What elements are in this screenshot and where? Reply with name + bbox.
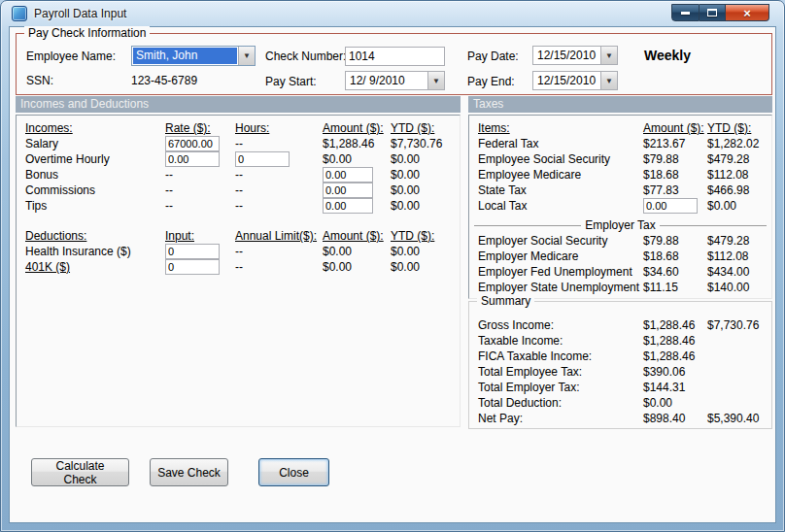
titlebar[interactable]: Payroll Data Input xyxy=(1,1,784,26)
tax-label: Employer State Unemployment xyxy=(469,281,643,294)
summary-label: Total Employer Tax: xyxy=(469,381,643,394)
summary-label: Total Deduction: xyxy=(469,396,643,410)
deduction-limit: -- xyxy=(235,245,323,258)
deductions-header-row: Deductions: Input: Annual Limit($): Amou… xyxy=(17,228,460,244)
pay-end-label: Pay End: xyxy=(467,75,515,88)
income-label: Salary xyxy=(17,137,165,150)
summary-row-total-employee-tax: Total Employee Tax: $390.06 xyxy=(469,364,771,380)
close-check-button[interactable]: Close xyxy=(258,458,329,486)
minimize-button[interactable] xyxy=(671,4,700,21)
summary-row-taxable: Taxable Income: $1,288.46 xyxy=(469,333,771,349)
tax-amount: $18.68 xyxy=(643,249,707,263)
tax-ytd: $0.00 xyxy=(707,199,771,213)
deduction-row-401k: 401K ($) -- $0.00 $0.00 xyxy=(17,259,460,275)
pay-date-label: Pay Date: xyxy=(467,50,519,63)
overtime-hours-input[interactable] xyxy=(235,151,290,167)
close-button[interactable]: × xyxy=(726,4,769,21)
summary-label: Taxable Income: xyxy=(469,334,643,348)
tax-amount: $34.60 xyxy=(643,265,707,279)
income-label: Bonus xyxy=(17,168,165,182)
tax-label: Local Tax xyxy=(469,199,643,213)
annual-limit-col-header: Annual Limit($): xyxy=(235,229,323,243)
summary-row-total-employer-tax: Total Employer Tax: $144.31 xyxy=(469,380,771,395)
tax-row-state: State Tax $77.83 $466.98 xyxy=(469,183,771,198)
chevron-down-icon[interactable]: ▼ xyxy=(238,47,255,65)
window-controls: × xyxy=(671,4,769,21)
summary-group-label: Summary xyxy=(477,294,534,308)
income-row-tips: Tips -- -- $0.00 xyxy=(17,198,460,214)
tax-label: State Tax xyxy=(469,183,643,197)
health-insurance-input[interactable] xyxy=(165,244,220,259)
tax-ytd: $479.28 xyxy=(707,152,771,166)
tax-label: Employer Medicare xyxy=(469,249,643,263)
tax-amount: $213.67 xyxy=(643,137,707,150)
ssn-value: 123-45-6789 xyxy=(131,74,197,87)
calculate-check-button[interactable]: Calculate Check xyxy=(31,458,129,486)
deduction-label: Health Insurance ($) xyxy=(17,245,165,258)
pay-date-datepicker[interactable]: 12/15/2010 ▼ xyxy=(532,46,618,65)
tips-amount-input[interactable] xyxy=(323,198,373,214)
income-ytd: $0.00 xyxy=(391,168,460,182)
income-label: Overtime Hourly xyxy=(17,152,165,166)
maximize-button[interactable] xyxy=(700,4,726,21)
401k-link[interactable]: 401K ($) xyxy=(17,260,165,274)
app-icon[interactable] xyxy=(12,6,27,21)
income-hours: -- xyxy=(235,183,323,197)
income-amount: $0.00 xyxy=(323,152,391,166)
local-tax-input[interactable] xyxy=(643,198,698,214)
income-amount: $1,288.46 xyxy=(323,137,391,150)
pay-start-datepicker[interactable]: 12/ 9/2010 ▼ xyxy=(345,71,445,90)
income-hours: -- xyxy=(235,137,323,150)
deduction-ytd: $0.00 xyxy=(391,245,460,258)
tax-label: Employee Medicare xyxy=(469,168,643,182)
summary-amount: $0.00 xyxy=(643,396,707,410)
employer-tax-divider: Employer Tax xyxy=(469,217,771,233)
incomes-deductions-section-header: Incomes and Deductions xyxy=(16,96,461,113)
summary-ytd: $7,730.76 xyxy=(707,318,771,332)
deduction-amount: $0.00 xyxy=(323,260,391,274)
tax-row-local: Local Tax $0.00 xyxy=(469,198,771,214)
summary-row-total-deduction: Total Deduction: $0.00 xyxy=(469,395,771,411)
tax-label: Employee Social Security xyxy=(469,152,643,166)
chevron-down-icon[interactable]: ▼ xyxy=(600,47,617,64)
employee-name-combobox[interactable]: Smith, John ▼ xyxy=(131,46,256,66)
bonus-amount-input[interactable] xyxy=(323,167,373,183)
tax-amount: $11.15 xyxy=(643,281,707,294)
salary-rate-input[interactable] xyxy=(165,136,220,151)
tax-row-employer-state-unemployment: Employer State Unemployment $11.15 $140.… xyxy=(469,280,771,295)
pay-end-datepicker[interactable]: 12/15/2010 ▼ xyxy=(532,71,618,90)
deduction-ytd: $0.00 xyxy=(391,260,460,274)
amount-col-header: Amount ($): xyxy=(323,229,391,243)
taxes-panel: Items: Amount ($): YTD ($): Federal Tax … xyxy=(468,115,772,299)
commissions-amount-input[interactable] xyxy=(323,183,373,198)
window-title: Payroll Data Input xyxy=(34,7,126,20)
tax-row-employee-medicare: Employee Medicare $18.68 $112.08 xyxy=(469,167,771,183)
save-check-button[interactable]: Save Check xyxy=(150,458,228,486)
income-row-salary: Salary -- $1,288.46 $7,730.76 xyxy=(17,136,460,151)
check-number-input[interactable] xyxy=(345,47,445,66)
income-hours: -- xyxy=(235,199,323,213)
employer-tax-divider-label: Employer Tax xyxy=(581,218,659,232)
summary-amount: $1,288.46 xyxy=(643,334,707,348)
tax-amount: $18.68 xyxy=(643,168,707,182)
401k-input[interactable] xyxy=(165,259,220,275)
paycheck-info-group: Pay Check Information Employee Name: Smi… xyxy=(16,33,772,95)
ytd-col-header: YTD ($): xyxy=(391,229,460,243)
chevron-down-icon[interactable]: ▼ xyxy=(600,72,617,89)
summary-row-gross: Gross Income: $1,288.46 $7,730.76 xyxy=(469,317,771,333)
tax-ytd: $112.08 xyxy=(707,249,771,263)
amount-col-header: Amount ($): xyxy=(643,121,707,135)
paycheck-group-label: Pay Check Information xyxy=(24,26,150,40)
income-row-overtime: Overtime Hourly $0.00 $0.00 xyxy=(17,151,460,167)
income-ytd: $7,730.76 xyxy=(391,137,460,150)
income-rate: -- xyxy=(165,168,235,182)
incomes-deductions-panel: Incomes: Rate ($): Hours: Amount ($): YT… xyxy=(16,115,461,427)
chevron-down-icon[interactable]: ▼ xyxy=(427,72,444,89)
pay-start-label: Pay Start: xyxy=(265,75,317,88)
summary-label: Gross Income: xyxy=(469,318,643,332)
hours-col-header: Hours: xyxy=(235,121,323,135)
overtime-rate-input[interactable] xyxy=(165,151,220,167)
rate-col-header: Rate ($): xyxy=(165,121,235,135)
tax-row-employee-ss: Employee Social Security $79.88 $479.28 xyxy=(469,151,771,167)
summary-label: Net Pay: xyxy=(469,412,643,425)
